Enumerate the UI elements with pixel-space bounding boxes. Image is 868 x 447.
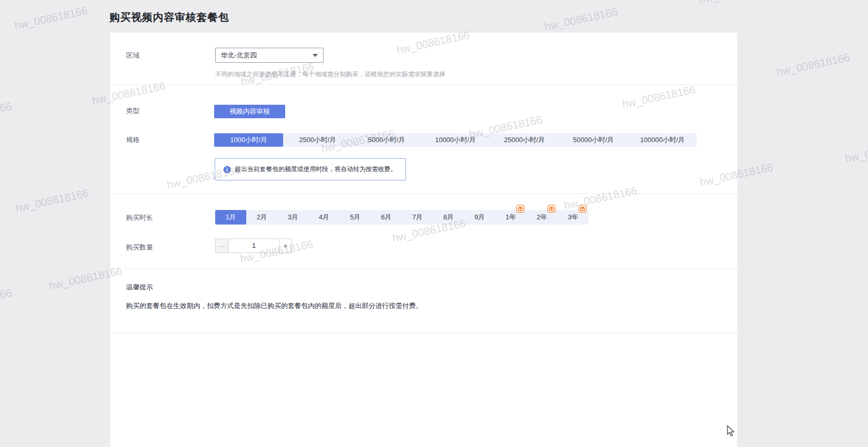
spec-option-5[interactable]: 25000小时/月 [490, 133, 559, 147]
quantity-value[interactable]: 1 [228, 239, 279, 253]
watermark: hw_008618166 [0, 100, 13, 127]
duration-option-10[interactable]: 1年 [495, 210, 526, 225]
watermark: hw_008618166 [844, 137, 868, 165]
spec-option-6[interactable]: 50000小时/月 [559, 133, 628, 147]
duration-option-2[interactable]: 2月 [246, 210, 277, 225]
gift-icon [516, 205, 524, 213]
chevron-down-icon [313, 54, 318, 57]
type-option-video-moderation[interactable]: 视频内容审核 [214, 105, 285, 118]
gift-icon [548, 205, 555, 213]
duration-option-label: 2年 [537, 213, 547, 221]
duration-option-12[interactable]: 3年 [557, 210, 589, 225]
region-dropdown[interactable]: 华北-北京四 [215, 48, 324, 63]
quantity-label: 购买数量 [126, 243, 153, 252]
duration-option-label: 7月 [412, 213, 423, 221]
tips-title: 温馨提示 [126, 283, 153, 292]
overage-notice-text: 超出当前套餐包的额度或使用时段，将自动转为按需收费。 [235, 165, 397, 174]
duration-option-11[interactable]: 2年 [526, 210, 557, 225]
quantity-stepper: — 1 + [215, 239, 292, 253]
overage-notice-banner: 超出当前套餐包的额度或使用时段，将自动转为按需收费。 [215, 158, 406, 180]
duration-option-label: 4月 [319, 213, 329, 221]
region-hint: 不同的地域之间资源包不互通，每个地域需分别购买，请根据您的实际需求慎重选择 [215, 70, 445, 79]
duration-label: 购买时长 [126, 213, 153, 222]
watermark: hw_008618166 [698, 0, 773, 6]
section-divider [110, 193, 737, 194]
purchase-form-card: 区域 华北-北京四 不同的地域之间资源包不互通，每个地域需分别购买，请根据您的实… [110, 33, 737, 447]
watermark: hw_008618166 [15, 187, 90, 214]
info-icon [223, 166, 231, 173]
duration-option-label: 1年 [506, 213, 516, 221]
section-divider [110, 269, 737, 269]
duration-option-1[interactable]: 1月 [215, 210, 246, 225]
duration-option-label: 8月 [443, 213, 454, 221]
type-label: 类型 [126, 106, 139, 116]
spec-option-1[interactable]: 1000小时/月 [214, 133, 283, 147]
quantity-increase-button[interactable]: + [279, 239, 292, 253]
spec-option-3[interactable]: 5000小时/月 [352, 133, 421, 147]
duration-option-label: 3年 [568, 213, 578, 221]
duration-option-8[interactable]: 8月 [433, 210, 464, 225]
duration-option-4[interactable]: 4月 [309, 210, 340, 225]
duration-option-label: 5月 [350, 213, 360, 221]
spec-option-2[interactable]: 2500小时/月 [283, 133, 352, 147]
region-dropdown-value: 华北-北京四 [216, 51, 313, 60]
page-title: 购买视频内容审核套餐包 [109, 10, 229, 24]
spec-option-4[interactable]: 10000小时/月 [421, 133, 490, 147]
duration-option-label: 6月 [381, 213, 391, 221]
duration-option-label: 1月 [226, 213, 236, 221]
spec-label: 规格 [126, 135, 139, 145]
spec-options-row: 1000小时/月2500小时/月5000小时/月10000小时/月25000小时… [214, 133, 697, 147]
section-divider [110, 333, 737, 333]
watermark: hw_008618166 [0, 286, 13, 314]
gift-icon [579, 205, 586, 213]
tips-body: 购买的套餐包在生效期内，扣费方式是先扣除已购买的套餐包内的额度后，超出部分进行按… [126, 301, 423, 311]
duration-option-5[interactable]: 5月 [340, 210, 371, 225]
duration-option-3[interactable]: 3月 [277, 210, 309, 225]
watermark: hw_008618166 [543, 5, 619, 33]
region-label: 区域 [126, 51, 139, 60]
duration-option-7[interactable]: 7月 [402, 210, 433, 225]
duration-option-label: 3月 [288, 213, 298, 221]
quantity-decrease-button[interactable]: — [215, 239, 228, 253]
duration-option-6[interactable]: 6月 [371, 210, 402, 225]
spec-option-7[interactable]: 100000小时/月 [628, 133, 697, 147]
purchase-page: 购买视频内容审核套餐包 区域 华北-北京四 不同的地域之间资源包不互通，每个地域… [0, 0, 868, 447]
duration-option-label: 9月 [474, 213, 485, 221]
duration-option-9[interactable]: 9月 [464, 210, 495, 225]
duration-options-row: 1月2月3月4月5月6月7月8月9月1年2年3年 [215, 210, 589, 225]
duration-option-label: 2月 [257, 213, 267, 221]
section-divider [110, 85, 737, 85]
watermark: hw_008618166 [776, 51, 851, 78]
watermark: hw_008618166 [13, 4, 89, 32]
